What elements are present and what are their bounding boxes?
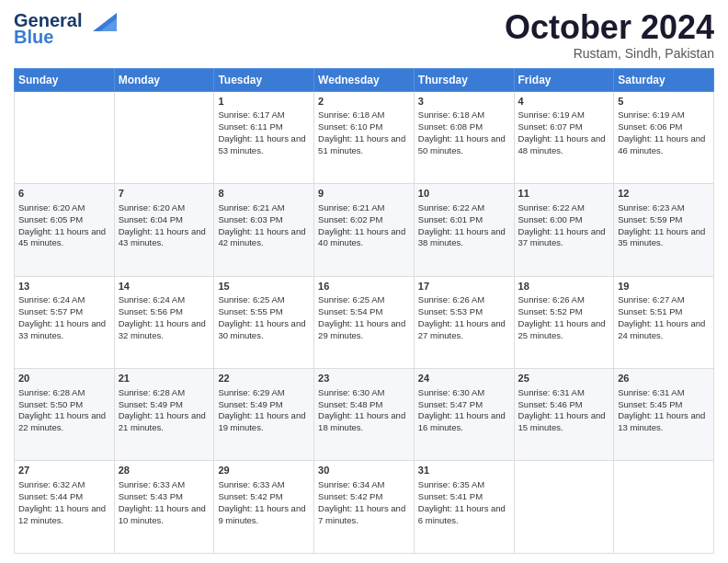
col-saturday: Saturday [614, 68, 714, 91]
cell-text: Sunrise: 6:21 AM [318, 202, 410, 214]
calendar-cell: 26Sunrise: 6:31 AMSunset: 5:45 PMDayligh… [614, 369, 714, 461]
cell-text: Sunrise: 6:34 AM [318, 479, 410, 491]
calendar-cell: 14Sunrise: 6:24 AMSunset: 5:56 PMDayligh… [114, 276, 214, 368]
day-number: 14 [119, 280, 210, 293]
cell-text: Sunset: 6:03 PM [218, 214, 310, 226]
calendar-cell: 7Sunrise: 6:20 AMSunset: 6:04 PMDaylight… [114, 184, 214, 276]
col-monday: Monday [114, 68, 214, 91]
cell-text: Sunrise: 6:17 AM [218, 109, 310, 121]
cell-text: Daylight: 11 hours and 37 minutes. [518, 226, 610, 250]
cell-text: Sunrise: 6:19 AM [518, 109, 610, 121]
day-number: 31 [418, 464, 510, 477]
cell-text: Sunset: 5:49 PM [119, 399, 210, 411]
col-thursday: Thursday [414, 68, 514, 91]
cell-text: Daylight: 11 hours and 19 minutes. [218, 410, 310, 434]
calendar-cell: 25Sunrise: 6:31 AMSunset: 5:46 PMDayligh… [514, 369, 614, 461]
day-number: 6 [18, 187, 110, 201]
cell-text: Sunset: 6:04 PM [119, 214, 210, 226]
day-number: 15 [218, 280, 310, 293]
logo-icon [84, 11, 117, 31]
day-number: 2 [318, 95, 410, 109]
cell-text: Daylight: 11 hours and 21 minutes. [119, 410, 210, 434]
logo-blue: Blue [14, 28, 53, 46]
calendar-cell: 24Sunrise: 6:30 AMSunset: 5:47 PMDayligh… [414, 369, 514, 461]
calendar-cell: 17Sunrise: 6:26 AMSunset: 5:53 PMDayligh… [414, 276, 514, 368]
calendar-cell: 31Sunrise: 6:35 AMSunset: 5:41 PMDayligh… [414, 461, 514, 554]
cell-text: Sunset: 5:48 PM [318, 399, 410, 411]
cell-text: Daylight: 11 hours and 46 minutes. [618, 133, 710, 157]
cell-text: Sunset: 5:41 PM [418, 491, 510, 503]
cell-text: Sunrise: 6:18 AM [418, 109, 510, 121]
cell-text: Sunrise: 6:27 AM [618, 294, 710, 306]
day-number: 30 [318, 464, 410, 477]
day-number: 27 [18, 464, 110, 477]
cell-text: Sunset: 5:53 PM [418, 306, 510, 318]
calendar-cell: 16Sunrise: 6:25 AMSunset: 5:54 PMDayligh… [314, 276, 415, 368]
calendar-cell: 13Sunrise: 6:24 AMSunset: 5:57 PMDayligh… [15, 276, 115, 368]
cell-text: Daylight: 11 hours and 29 minutes. [318, 318, 410, 342]
cell-text: Sunrise: 6:28 AM [119, 387, 210, 399]
day-number: 29 [218, 464, 310, 477]
calendar-cell: 5Sunrise: 6:19 AMSunset: 6:06 PMDaylight… [614, 91, 714, 183]
cell-text: Daylight: 11 hours and 32 minutes. [119, 318, 210, 342]
cell-text: Sunrise: 6:18 AM [318, 109, 410, 121]
cell-text: Sunrise: 6:28 AM [18, 387, 110, 399]
cell-text: Sunrise: 6:30 AM [318, 387, 410, 399]
cell-text: Sunset: 5:42 PM [218, 491, 310, 503]
day-number: 24 [418, 372, 510, 385]
calendar-cell: 8Sunrise: 6:21 AMSunset: 6:03 PMDaylight… [214, 184, 314, 276]
cell-text: Daylight: 11 hours and 12 minutes. [18, 503, 110, 527]
logo: General Blue [14, 9, 117, 46]
cell-text: Sunrise: 6:23 AM [618, 202, 710, 214]
cell-text: Daylight: 11 hours and 25 minutes. [518, 318, 610, 342]
cell-text: Sunset: 5:57 PM [18, 306, 110, 318]
cell-text: Daylight: 11 hours and 27 minutes. [418, 318, 510, 342]
col-friday: Friday [514, 68, 614, 91]
cell-text: Sunset: 6:00 PM [518, 214, 610, 226]
cell-text: Daylight: 11 hours and 16 minutes. [418, 410, 510, 434]
day-number: 11 [518, 187, 610, 201]
day-number: 23 [318, 372, 410, 385]
cell-text: Sunrise: 6:33 AM [218, 479, 310, 491]
day-number: 22 [218, 372, 310, 385]
cell-text: Sunset: 5:42 PM [318, 491, 410, 503]
cell-text: Sunset: 6:11 PM [218, 121, 310, 133]
cell-text: Sunset: 5:51 PM [618, 306, 710, 318]
cell-text: Sunset: 5:46 PM [518, 399, 610, 411]
calendar-week-row: 20Sunrise: 6:28 AMSunset: 5:50 PMDayligh… [15, 369, 714, 461]
day-number: 18 [518, 280, 610, 293]
cell-text: Sunrise: 6:24 AM [119, 294, 210, 306]
cell-text: Sunrise: 6:30 AM [418, 387, 510, 399]
calendar-cell: 29Sunrise: 6:33 AMSunset: 5:42 PMDayligh… [214, 461, 314, 554]
cell-text: Daylight: 11 hours and 45 minutes. [18, 226, 110, 250]
cell-text: Sunrise: 6:20 AM [119, 202, 210, 214]
cell-text: Sunrise: 6:25 AM [218, 294, 310, 306]
calendar-cell: 6Sunrise: 6:20 AMSunset: 6:05 PMDaylight… [15, 184, 115, 276]
day-number: 13 [18, 280, 110, 293]
cell-text: Sunrise: 6:31 AM [618, 387, 710, 399]
calendar-cell: 9Sunrise: 6:21 AMSunset: 6:02 PMDaylight… [314, 184, 415, 276]
calendar-cell: 30Sunrise: 6:34 AMSunset: 5:42 PMDayligh… [314, 461, 415, 554]
cell-text: Sunset: 5:45 PM [618, 399, 710, 411]
cell-text: Sunset: 5:54 PM [318, 306, 410, 318]
cell-text: Sunrise: 6:33 AM [119, 479, 210, 491]
cell-text: Sunrise: 6:31 AM [518, 387, 610, 399]
cell-text: Daylight: 11 hours and 42 minutes. [218, 226, 310, 250]
calendar-cell: 3Sunrise: 6:18 AMSunset: 6:08 PMDaylight… [414, 91, 514, 183]
day-number: 26 [618, 372, 710, 385]
day-number: 28 [119, 464, 210, 477]
day-number: 17 [418, 280, 510, 293]
col-sunday: Sunday [15, 68, 115, 91]
calendar-cell: 1Sunrise: 6:17 AMSunset: 6:11 PMDaylight… [214, 91, 314, 183]
calendar-cell [514, 461, 614, 554]
day-number: 1 [218, 95, 310, 109]
cell-text: Sunset: 6:07 PM [518, 121, 610, 133]
calendar-cell: 10Sunrise: 6:22 AMSunset: 6:01 PMDayligh… [414, 184, 514, 276]
cell-text: Sunset: 6:05 PM [18, 214, 110, 226]
cell-text: Daylight: 11 hours and 22 minutes. [18, 410, 110, 434]
cell-text: Sunset: 5:59 PM [618, 214, 710, 226]
cell-text: Sunrise: 6:26 AM [518, 294, 610, 306]
day-number: 8 [218, 187, 310, 201]
calendar-week-row: 27Sunrise: 6:32 AMSunset: 5:44 PMDayligh… [15, 461, 714, 554]
calendar-cell [15, 91, 115, 183]
